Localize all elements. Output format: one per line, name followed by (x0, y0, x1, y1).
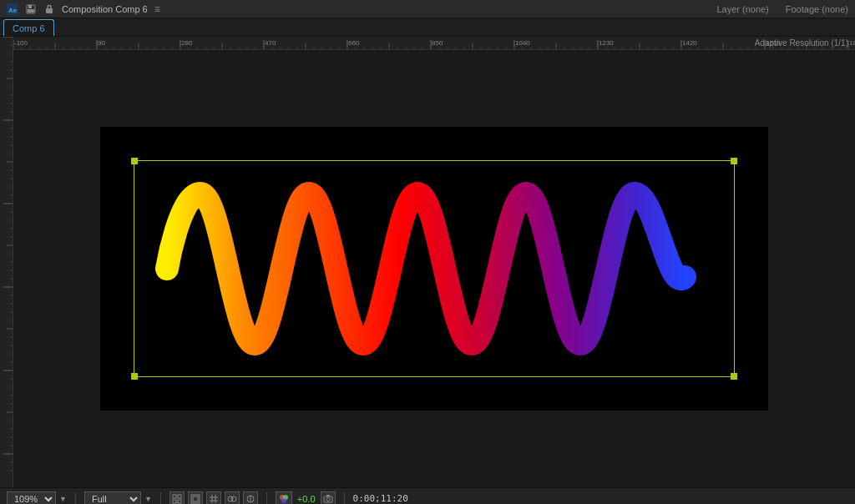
canvas-area[interactable]: Adaptive Resolution (1/1) (13, 37, 855, 487)
fit-comp-button[interactable] (169, 491, 185, 505)
bottom-toolbar: 109% 100% 50% 200% ▼ Full Half Quarter ▼ (0, 487, 855, 504)
separator-3 (266, 492, 267, 505)
zoom-dropdown-icon[interactable]: ▼ (59, 495, 67, 503)
zoom-select[interactable]: 109% 100% 50% 200% (7, 491, 56, 505)
svg-rect-25 (326, 495, 330, 496)
zoom-group: 109% 100% 50% 200% ▼ (7, 491, 67, 505)
channels-button[interactable] (225, 491, 240, 505)
separator-4 (344, 492, 345, 505)
svg-rect-9 (178, 500, 181, 503)
separator-2 (160, 492, 161, 505)
safe-zones-button[interactable] (188, 491, 203, 505)
title-bar: Ae Composition Comp 6 ≡ Layer (none) Foo… (0, 0, 855, 18)
quality-dropdown-icon[interactable]: ▼ (144, 495, 152, 503)
comp-canvas (13, 50, 855, 487)
svg-rect-8 (173, 500, 176, 503)
title-bar-text: Composition Comp 6 (62, 4, 148, 14)
svg-text:Ae: Ae (8, 7, 18, 14)
title-bar-menu: Layer (none) Footage (none) (716, 4, 848, 14)
top-ruler: Adaptive Resolution (1/1) (13, 37, 855, 50)
ae-app-icon: Ae (7, 3, 18, 15)
tab-label: Comp 6 (13, 23, 45, 33)
layer-menu[interactable]: Layer (none) (716, 4, 768, 14)
svg-rect-6 (173, 495, 176, 498)
snapshot-button[interactable] (321, 491, 336, 505)
svg-rect-11 (193, 496, 198, 501)
timecode-display[interactable]: 0:00;11:20 (353, 493, 408, 504)
wave-graphic (100, 127, 768, 411)
svg-point-17 (231, 496, 236, 501)
lock-icon[interactable] (43, 3, 55, 15)
tab-comp6[interactable]: Comp 6 (3, 19, 54, 36)
tab-bar: Comp 6 (0, 18, 855, 37)
save-icon[interactable] (25, 3, 37, 15)
quality-select[interactable]: Full Half Quarter (84, 491, 141, 505)
svg-rect-3 (28, 5, 32, 8)
black-canvas (100, 127, 768, 411)
svg-rect-7 (178, 495, 181, 498)
exposure-value[interactable]: +0.0 (297, 494, 316, 504)
left-ruler (0, 37, 13, 487)
viewer-buttons (169, 491, 258, 505)
adaptive-resolution-label: Adaptive Resolution (1/1) (755, 38, 848, 48)
hamburger-menu-icon[interactable]: ≡ (154, 3, 160, 15)
svg-point-24 (326, 497, 330, 501)
svg-rect-4 (28, 9, 34, 13)
viewer-container: Adaptive Resolution (1/1) (0, 37, 855, 487)
svg-point-22 (281, 498, 286, 503)
grid-button[interactable] (206, 491, 221, 505)
quality-group: Full Half Quarter ▼ (84, 491, 152, 505)
footage-menu[interactable]: Footage (none) (786, 4, 848, 14)
svg-rect-5 (46, 8, 53, 13)
color-correction-button[interactable] (276, 491, 292, 505)
exposure-button[interactable] (243, 491, 258, 505)
separator-1 (75, 492, 76, 505)
